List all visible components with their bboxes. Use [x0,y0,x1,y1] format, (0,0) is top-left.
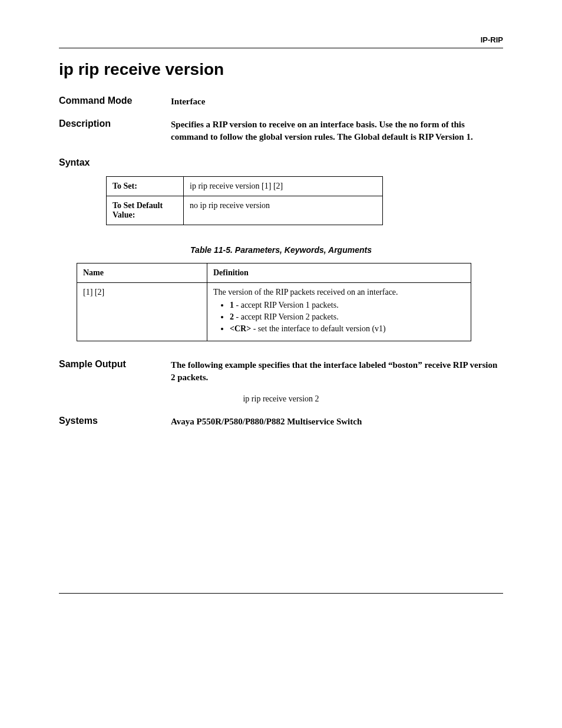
command-mode-label: Command Mode [59,95,171,108]
bullet-rest: - accept RIP Version 2 packets. [234,312,339,321]
param-table-caption: Table 11-5. Parameters, Keywords, Argume… [59,245,503,255]
syntax-row-value: ip rip receive version [1] [2] [184,177,383,196]
page-title: ip rip receive version [59,60,503,79]
bullet-rest: - set the interface to default version (… [251,324,386,333]
syntax-row-label: To Set: [107,177,184,196]
syntax-row-value: no ip rip receive version [184,196,383,225]
bullet-bold: <CR> [230,324,251,333]
sample-output-label: Sample Output [59,359,171,384]
header-section-tag: IP-RIP [59,35,503,44]
param-definition-cell: The version of the RIP packets received … [207,283,471,341]
bullet-bold: 2 [230,312,234,321]
col-header-name: Name [77,263,207,283]
sample-output-value: The following example specifies that the… [171,359,503,384]
bullet-bold: 1 [230,301,234,309]
syntax-label: Syntax [59,157,503,168]
definition-bullet-list: 1 - accept RIP Version 1 packets. 2 - ac… [213,301,465,334]
table-row: To Set: ip rip receive version [1] [2] [107,177,383,196]
systems-row: Systems Avaya P550R/P580/P880/P882 Multi… [59,416,503,428]
definition-intro: The version of the RIP packets received … [213,288,398,297]
description-row: Description Specifies a RIP version to r… [59,118,503,143]
bottom-divider [59,593,503,594]
description-value: Specifies a RIP version to receive on an… [171,118,503,143]
systems-value: Avaya P550R/P580/P880/P882 Multiservice … [171,416,503,428]
command-mode-value: Interface [171,95,503,108]
col-header-definition: Definition [207,263,471,283]
table-row: To Set Default Value: no ip rip receive … [107,196,383,225]
list-item: 1 - accept RIP Version 1 packets. [230,301,465,310]
top-divider [59,48,503,48]
param-name-cell: [1] [2] [77,283,207,341]
syntax-row-label: To Set Default Value: [107,196,184,225]
systems-label: Systems [59,416,171,428]
list-item: 2 - accept RIP Version 2 packets. [230,312,465,322]
table-header-row: Name Definition [77,263,471,283]
table-row: [1] [2] The version of the RIP packets r… [77,283,471,341]
sample-command-text: ip rip receive version 2 [59,394,503,404]
list-item: <CR> - set the interface to default vers… [230,324,465,334]
sample-output-row: Sample Output The following example spec… [59,359,503,384]
command-mode-row: Command Mode Interface [59,95,503,108]
description-label: Description [59,118,171,143]
param-table: Name Definition [1] [2] The version of t… [77,263,471,341]
bullet-rest: - accept RIP Version 1 packets. [234,301,339,309]
syntax-table: To Set: ip rip receive version [1] [2] T… [106,176,383,225]
